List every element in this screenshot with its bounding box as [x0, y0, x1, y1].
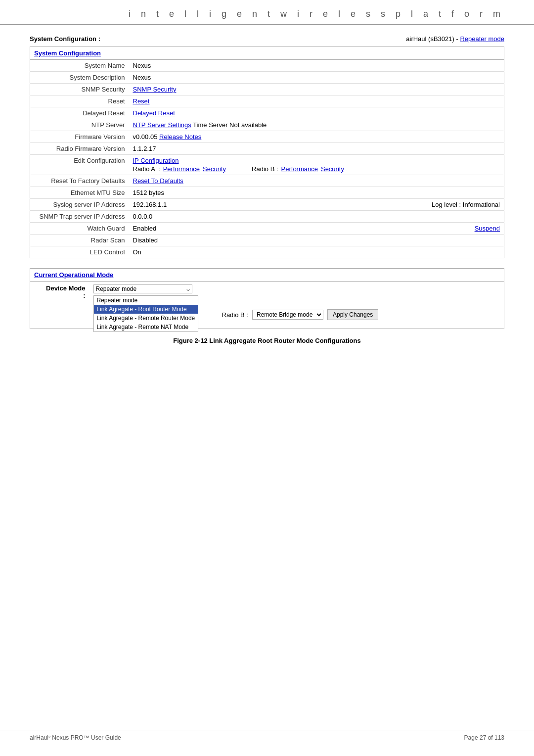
suspend-link[interactable]: Suspend — [475, 225, 500, 232]
row-label: Edit Configuration — [30, 155, 129, 175]
table-row: System Name Nexus — [30, 60, 504, 72]
dropdown-option[interactable]: Link Agregate - Remote Router Mode — [94, 314, 198, 323]
device-mode-row: Device Mode : Repeater mode ⌵ Repeater m… — [30, 282, 504, 329]
dropdown-selected: Repeater mode — [96, 285, 137, 292]
device-label: airHaul (sB3021) - Repeater mode — [406, 35, 504, 43]
row-value: 1512 bytes — [129, 187, 504, 199]
operational-mode-table: Current Operational Mode Device Mode : R… — [30, 268, 504, 329]
repeater-mode-link[interactable]: Repeater mode — [460, 35, 504, 43]
row-label: SNMP Security — [30, 84, 129, 95]
firmware-version: v0.00.05 — [133, 133, 160, 141]
row-value: On — [129, 246, 504, 258]
device-mode-label: Device Mode : — [30, 282, 89, 329]
colon-label: : — [158, 165, 160, 173]
row-value: NTP Server Settings Time Server Not avai… — [129, 119, 504, 131]
system-config-header: System Configuration — [30, 47, 504, 60]
row-label: System Description — [30, 72, 129, 84]
delayed-reset-link[interactable]: Delayed Reset — [133, 109, 175, 117]
ntp-status: Time Server Not available — [193, 121, 267, 129]
row-label: Syslog server IP Address — [30, 199, 129, 211]
row-label: Firmware Version — [30, 131, 129, 143]
system-config-label: System Configuration : — [30, 35, 100, 43]
radio-b-dropdown[interactable]: Remote Bridge mode — [252, 310, 323, 320]
row-label: Radar Scan — [30, 235, 129, 246]
row-value: Delayed Reset — [129, 107, 504, 119]
row-value: 1.1.2.17 — [129, 143, 504, 155]
radio-a-label: Radio A — [133, 165, 156, 173]
table-row: Firmware Version v0.00.05 Release Notes — [30, 131, 504, 143]
table-row: Edit Configuration IP Configuration Radi… — [30, 155, 504, 175]
device-mode-colon: : — [83, 292, 85, 299]
device-mode-dropdown[interactable]: Repeater mode ⌵ — [93, 284, 192, 293]
row-label: Radio Firmware Version — [30, 143, 129, 155]
device-mode-dropdown-wrapper: Repeater mode ⌵ Repeater mode Link Agreg… — [93, 284, 192, 293]
table-row: Syslog server IP Address 192.168.1.1 Log… — [30, 199, 504, 211]
row-label: Ethernet MTU Size — [30, 187, 129, 199]
table-row: Reset To Factory Defaults Reset To Defau… — [30, 175, 504, 187]
table-row: SNMP Trap server IP Address 0.0.0.0 — [30, 211, 504, 223]
reset-link[interactable]: Reset — [133, 97, 150, 105]
row-value: IP Configuration Radio A : Performance S… — [129, 155, 504, 175]
table-row: System Description Nexus — [30, 72, 504, 84]
log-level: Log level : Informational — [432, 201, 500, 208]
row-label: LED Control — [30, 246, 129, 258]
radio-a-security-link[interactable]: Security — [203, 165, 226, 173]
row-value: Nexus — [129, 72, 504, 84]
device-name: airHaul (sB3021) - — [406, 35, 460, 43]
dropdown-list: Repeater mode Link Agregate - Root Route… — [93, 295, 199, 332]
radio-b-label: Radio B : — [222, 311, 248, 319]
snmp-security-link[interactable]: SNMP Security — [133, 86, 177, 93]
edit-config-row: Radio A : Performance Security Radio B :… — [133, 165, 500, 173]
system-config-table: System Configuration System Name Nexus S… — [30, 47, 504, 258]
row-value: Reset — [129, 95, 504, 107]
reset-to-defaults-link[interactable]: Reset To Defaults — [133, 177, 183, 185]
operational-mode-header-link[interactable]: Current Operational Mode — [34, 271, 113, 279]
row-label: Reset — [30, 95, 129, 107]
row-value: Enabled Suspend — [129, 223, 504, 235]
radio-b-mode-controls: Radio B : Remote Bridge mode Apply Chang… — [218, 282, 504, 329]
apply-changes-button[interactable]: Apply Changes — [327, 309, 378, 320]
radio-b-section: Radio B : Remote Bridge mode Apply Chang… — [222, 309, 500, 320]
row-label: Reset To Factory Defaults — [30, 175, 129, 187]
table-row: SNMP Security SNMP Security — [30, 84, 504, 95]
row-value: Disabled — [129, 235, 504, 246]
top-bar: System Configuration : airHaul (sB3021) … — [30, 35, 504, 43]
operational-mode-header: Current Operational Mode — [30, 269, 504, 282]
row-value: Nexus — [129, 60, 504, 72]
page-footer: airHaul² Nexus PRO™ User Guide Page 27 o… — [0, 730, 534, 741]
row-label: Delayed Reset — [30, 107, 129, 119]
syslog-ip: 192.168.1.1 — [133, 201, 167, 208]
release-notes-link[interactable]: Release Notes — [159, 133, 201, 141]
table-row: LED Control On — [30, 246, 504, 258]
table-row: Delayed Reset Delayed Reset — [30, 107, 504, 119]
dropdown-option[interactable]: Link Agregate - Remote NAT Mode — [94, 323, 198, 331]
footer-left: airHaul² Nexus PRO™ User Guide — [30, 734, 121, 741]
dropdown-option[interactable]: Repeater mode — [94, 296, 198, 305]
row-value: 0.0.0.0 — [129, 211, 504, 223]
watch-guard-value: Enabled — [133, 225, 157, 232]
row-label: NTP Server — [30, 119, 129, 131]
radio-b-security-link[interactable]: Security — [321, 165, 344, 173]
system-config-header-link[interactable]: System Configuration — [34, 49, 101, 57]
edit-config-cell: IP Configuration Radio A : Performance S… — [133, 157, 500, 173]
radio-b-performance-link[interactable]: Performance — [281, 165, 318, 173]
table-row: NTP Server NTP Server Settings Time Serv… — [30, 119, 504, 131]
table-row: Watch Guard Enabled Suspend — [30, 223, 504, 235]
main-content: System Configuration : airHaul (sB3021) … — [0, 25, 534, 364]
radio-a-performance-link[interactable]: Performance — [163, 165, 200, 173]
table-row: Ethernet MTU Size 1512 bytes — [30, 187, 504, 199]
row-label: System Name — [30, 60, 129, 72]
table-row: Radio Firmware Version 1.1.2.17 — [30, 143, 504, 155]
row-value: 192.168.1.1 Log level : Informational — [129, 199, 504, 211]
dropdown-arrow-icon: ⌵ — [186, 285, 190, 292]
ntp-server-link[interactable]: NTP Server Settings — [133, 121, 191, 129]
row-label: SNMP Trap server IP Address — [30, 211, 129, 223]
footer-right: Page 27 of 113 — [464, 734, 504, 741]
device-mode-text: Device Mode — [46, 284, 85, 292]
device-mode-controls: Repeater mode ⌵ Repeater mode Link Agreg… — [89, 282, 218, 329]
row-label: Watch Guard — [30, 223, 129, 235]
syslog-row: 192.168.1.1 Log level : Informational — [133, 201, 500, 208]
figure-caption: Figure 2-12 Link Aggregate Root Router M… — [30, 337, 504, 344]
ip-config-link[interactable]: IP Configuration — [133, 157, 179, 164]
dropdown-option-highlighted[interactable]: Link Agregate - Root Router Mode — [94, 305, 198, 314]
